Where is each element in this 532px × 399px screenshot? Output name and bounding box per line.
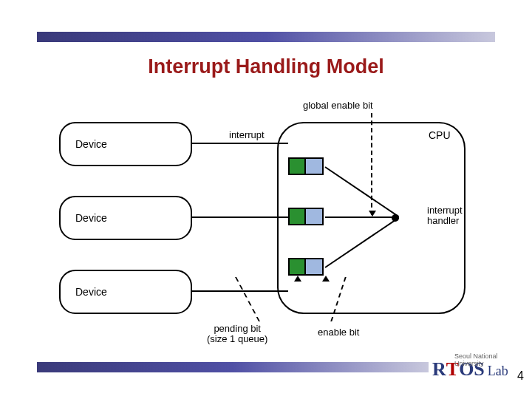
bit-pair-1	[288, 157, 324, 175]
interrupt-handler-node	[392, 214, 399, 222]
global-enable-arrow	[371, 113, 372, 215]
top-accent-bar	[37, 32, 495, 42]
rtos-lab-logo: Seoul National University RTOS Lab	[432, 358, 508, 381]
global-enable-bit-label: global enable bit	[303, 100, 373, 111]
enable-bit-arrow-head	[322, 276, 330, 282]
wire-device-2	[192, 216, 288, 218]
enable-bit-1	[306, 157, 324, 175]
logo-letter-r: R	[432, 358, 446, 381]
pending-bit-3	[288, 258, 306, 276]
diag-line-2	[325, 216, 393, 218]
bit-pair-3	[288, 258, 324, 276]
pending-bit-1	[288, 157, 306, 175]
enable-bit-3	[306, 258, 324, 276]
pending-bit-label: pending bit (size 1 queue)	[207, 324, 267, 345]
bottom-accent-bar	[37, 362, 429, 372]
interrupt-wire-label: interrupt	[229, 129, 265, 140]
pending-bit-label-line2: (size 1 queue)	[207, 333, 267, 344]
device-3-label: Device	[75, 286, 107, 298]
enable-bit-label: enable bit	[318, 327, 359, 338]
device-1-label: Device	[75, 138, 107, 150]
cpu-label: CPU	[429, 129, 451, 141]
interrupt-handler-label-line2: handler	[427, 215, 459, 226]
pending-bit-label-line1: pending bit	[214, 323, 261, 334]
device-2-label: Device	[75, 212, 107, 224]
logo-university-text: Seoul National University	[454, 352, 508, 367]
device-box-2: Device	[59, 196, 192, 240]
bit-pair-2	[288, 208, 324, 225]
diagram-area: global enable bit CPU interrupt handler …	[59, 100, 488, 358]
device-box-1: Device	[59, 122, 192, 166]
page-number: 4	[517, 369, 524, 383]
enable-bit-2	[306, 208, 324, 225]
device-box-3: Device	[59, 270, 192, 314]
wire-device-1	[192, 143, 288, 144]
slide-title: Interrupt Handling Model	[0, 55, 532, 78]
interrupt-handler-label: interrupt handler	[427, 205, 463, 227]
pending-bit-2	[288, 208, 306, 225]
interrupt-handler-label-line1: interrupt	[427, 205, 463, 216]
pending-bit-arrow-head	[294, 276, 301, 282]
